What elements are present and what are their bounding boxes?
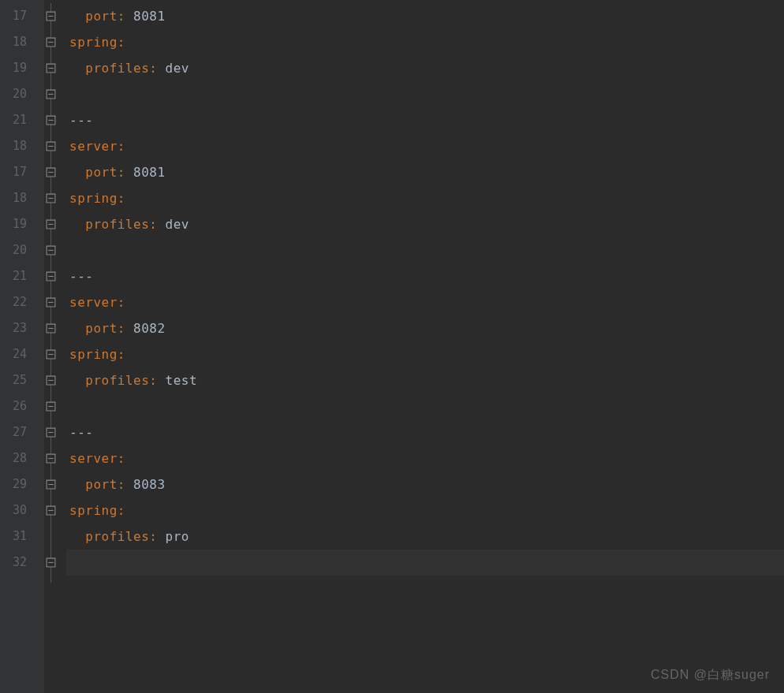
fold-marker-icon[interactable] [44, 445, 66, 471]
line-number: 17 [0, 3, 44, 29]
line-number: 19 [0, 211, 44, 237]
code-line[interactable]: spring: [66, 341, 784, 367]
fold-marker-icon[interactable] [44, 341, 66, 367]
code-editor[interactable]: 1718192021181718192021222324252627282930… [0, 0, 784, 693]
code-line[interactable]: spring: [66, 185, 784, 211]
line-number: 20 [0, 81, 44, 107]
yaml-colon: : [118, 9, 133, 24]
yaml-value: test [166, 373, 198, 388]
code-line[interactable]: server: [66, 445, 784, 471]
fold-marker-icon[interactable] [44, 367, 66, 393]
yaml-key: profiles [85, 61, 149, 76]
code-line[interactable]: --- [66, 419, 784, 445]
code-line[interactable]: port: 8081 [66, 3, 784, 29]
fold-marker-icon[interactable] [44, 107, 66, 133]
yaml-key: spring [69, 35, 118, 50]
line-number: 20 [0, 237, 44, 263]
yaml-colon: : [118, 451, 125, 466]
code-line[interactable]: --- [66, 107, 784, 133]
watermark-text: CSDN @白糖suger [651, 667, 770, 684]
line-number: 24 [0, 341, 44, 367]
fold-marker-icon[interactable] [44, 55, 66, 81]
code-line[interactable]: profiles: test [66, 367, 784, 393]
code-line[interactable]: port: 8081 [66, 159, 784, 185]
code-line[interactable]: port: 8083 [66, 471, 784, 497]
yaml-key: server [69, 139, 118, 154]
yaml-document-separator: --- [69, 269, 93, 284]
yaml-key: spring [69, 347, 118, 362]
fold-marker-icon[interactable] [44, 133, 66, 159]
yaml-colon: : [118, 347, 125, 362]
yaml-document-separator: --- [69, 425, 93, 440]
fold-marker-icon[interactable] [44, 550, 66, 576]
line-number: 23 [0, 315, 44, 341]
line-number: 28 [0, 445, 44, 471]
fold-marker-icon[interactable] [44, 185, 66, 211]
yaml-colon: : [118, 477, 133, 492]
code-line[interactable]: --- [66, 263, 784, 289]
code-line[interactable]: profiles: dev [66, 55, 784, 81]
fold-marker-icon[interactable] [44, 497, 66, 523]
yaml-value: dev [166, 61, 189, 76]
yaml-value: pro [166, 529, 189, 544]
yaml-colon: : [118, 35, 125, 50]
yaml-key: spring [69, 191, 118, 206]
code-line[interactable]: server: [66, 289, 784, 315]
yaml-key: profiles [85, 217, 149, 232]
line-number: 18 [0, 185, 44, 211]
line-number: 21 [0, 263, 44, 289]
yaml-colon: : [149, 217, 165, 232]
line-number-gutter: 1718192021181718192021222324252627282930… [0, 0, 44, 693]
fold-marker-icon[interactable] [44, 289, 66, 315]
yaml-key: server [69, 451, 118, 466]
line-number: 27 [0, 419, 44, 445]
yaml-colon: : [118, 321, 133, 336]
line-number: 29 [0, 471, 44, 497]
fold-marker-icon[interactable] [44, 419, 66, 445]
code-line[interactable]: profiles: dev [66, 211, 784, 237]
yaml-key: profiles [85, 373, 149, 388]
code-line[interactable]: profiles: pro [66, 523, 784, 550]
fold-marker-icon[interactable] [44, 393, 66, 419]
line-number: 30 [0, 497, 44, 523]
line-number: 18 [0, 29, 44, 55]
code-line[interactable]: port: 8082 [66, 315, 784, 341]
yaml-value: 8081 [133, 9, 166, 24]
fold-marker-icon[interactable] [44, 159, 66, 185]
code-line[interactable] [66, 81, 784, 107]
yaml-key: profiles [85, 529, 149, 544]
yaml-colon: : [118, 165, 133, 180]
line-number: 26 [0, 393, 44, 419]
yaml-key: spring [69, 503, 118, 518]
line-number: 18 [0, 133, 44, 159]
line-number: 22 [0, 289, 44, 315]
fold-marker-icon [44, 523, 66, 550]
yaml-colon: : [149, 61, 165, 76]
code-line[interactable]: spring: [66, 497, 784, 523]
code-area[interactable]: port: 8081spring: profiles: dev ---serve… [66, 0, 784, 693]
fold-marker-icon[interactable] [44, 3, 66, 29]
yaml-colon: : [149, 529, 165, 544]
fold-marker-icon[interactable] [44, 29, 66, 55]
fold-marker-icon[interactable] [44, 263, 66, 289]
yaml-value: dev [166, 217, 189, 232]
line-number: 25 [0, 367, 44, 393]
code-line[interactable]: spring: [66, 29, 784, 55]
yaml-key: port [85, 9, 118, 24]
code-line[interactable] [66, 237, 784, 263]
fold-marker-icon[interactable] [44, 471, 66, 497]
code-line[interactable]: server: [66, 133, 784, 159]
fold-marker-icon[interactable] [44, 211, 66, 237]
yaml-colon: : [118, 295, 125, 310]
line-number: 31 [0, 523, 44, 550]
fold-marker-icon[interactable] [44, 237, 66, 263]
fold-marker-icon[interactable] [44, 315, 66, 341]
code-line[interactable] [66, 550, 784, 576]
yaml-value: 8081 [133, 165, 166, 180]
fold-marker-icon[interactable] [44, 81, 66, 107]
yaml-key: server [69, 295, 118, 310]
yaml-key: port [85, 321, 118, 336]
yaml-colon: : [118, 191, 125, 206]
yaml-colon: : [118, 503, 125, 518]
code-line[interactable] [66, 393, 784, 419]
